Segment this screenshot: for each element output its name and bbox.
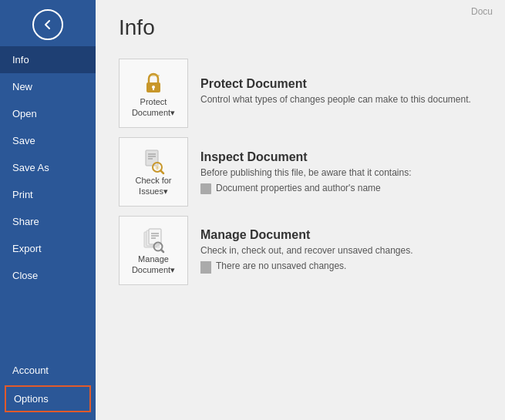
- doc-label: Docu: [471, 6, 493, 17]
- sidebar-item-print[interactable]: Print: [0, 181, 96, 208]
- protect-document-desc: Control what types of changes people can…: [200, 94, 482, 105]
- sidebar-item-share[interactable]: Share: [0, 208, 96, 235]
- manage-document-card: ManageDocument▾ Manage Document Check in…: [119, 216, 482, 285]
- manage-document-title: Manage Document: [200, 228, 482, 242]
- svg-text:!: !: [157, 166, 158, 170]
- svg-point-20: [157, 244, 160, 248]
- inspect-document-title: Inspect Document: [200, 150, 482, 164]
- check-issues-label: Check forIssues▾: [135, 175, 171, 197]
- main-content: Docu Info ProtectDocument▾ Protect Docum…: [96, 0, 505, 420]
- sidebar-item-export[interactable]: Export: [0, 235, 96, 262]
- back-button[interactable]: [32, 9, 63, 40]
- sidebar-nav: Info New Open Save Save As Print Share E…: [0, 46, 96, 357]
- sidebar-item-options[interactable]: Options: [5, 385, 91, 412]
- svg-line-10: [161, 170, 164, 173]
- page-title: Info: [119, 15, 482, 40]
- inspect-document-detail: Document properties and author's name: [200, 183, 482, 194]
- check-issues-button[interactable]: ! Check forIssues▾: [119, 137, 188, 207]
- sidebar: Info New Open Save Save As Print Share E…: [0, 0, 96, 420]
- sidebar-item-new[interactable]: New: [0, 73, 96, 100]
- manage-document-detail: There are no unsaved changes.: [200, 260, 482, 274]
- inspect-detail-text: Document properties and author's name: [216, 183, 381, 193]
- manage-document-button[interactable]: ManageDocument▾: [119, 216, 188, 285]
- svg-rect-2: [153, 88, 154, 90]
- manage-document-label: ManageDocument▾: [132, 254, 175, 276]
- protect-document-card: ProtectDocument▾ Protect Document Contro…: [119, 59, 482, 128]
- inspect-document-card: ! Check forIssues▾ Inspect Document Befo…: [119, 137, 482, 207]
- inspect-document-content: Inspect Document Before publishing this …: [200, 150, 482, 194]
- sidebar-item-account[interactable]: Account: [0, 357, 96, 384]
- protect-document-label: ProtectDocument▾: [132, 96, 175, 119]
- sidebar-item-info[interactable]: Info: [0, 46, 96, 73]
- manage-document-content: Manage Document Check in, check out, and…: [200, 228, 482, 274]
- protect-document-button[interactable]: ProtectDocument▾: [119, 59, 188, 128]
- doc-placeholder-icon: [200, 261, 211, 274]
- svg-line-19: [161, 250, 163, 252]
- manage-detail-text: There are no unsaved changes.: [216, 260, 346, 271]
- sidebar-item-save-as[interactable]: Save As: [0, 154, 96, 181]
- protect-document-content: Protect Document Control what types of c…: [200, 77, 482, 109]
- sidebar-item-open[interactable]: Open: [0, 100, 96, 127]
- protect-document-title: Protect Document: [200, 77, 482, 91]
- manage-document-desc: Check in, check out, and recover unsaved…: [200, 245, 482, 256]
- inspect-document-desc: Before publishing this file, be aware th…: [200, 167, 482, 178]
- sidebar-item-close[interactable]: Close: [0, 262, 96, 289]
- bullet-icon: [200, 183, 211, 194]
- sidebar-bottom: Account Options: [0, 357, 96, 420]
- sidebar-item-save[interactable]: Save: [0, 127, 96, 154]
- svg-rect-3: [150, 75, 160, 76]
